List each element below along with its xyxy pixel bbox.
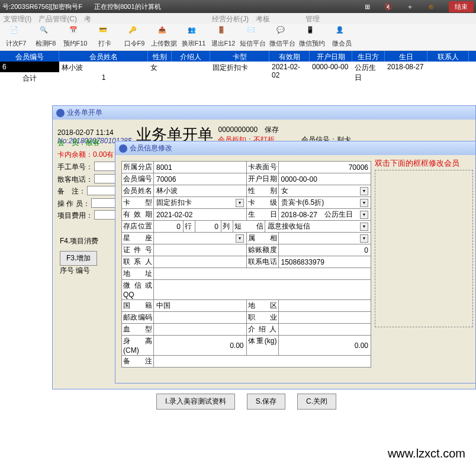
blood-field[interactable] bbox=[154, 324, 247, 335]
f4-label[interactable]: F4.项目消费 bbox=[60, 237, 98, 245]
contact-field[interactable] bbox=[154, 256, 247, 268]
cardtype-field[interactable]: 固定折扣卡▾ bbox=[154, 197, 247, 208]
memno-field[interactable]: 70006 bbox=[154, 173, 247, 185]
save-button[interactable]: S.保存 bbox=[247, 394, 285, 410]
chevron-down-icon: ▾ bbox=[360, 211, 368, 219]
close-button[interactable]: C.关闭 bbox=[297, 394, 336, 410]
tel-field[interactable]: 15086833979 bbox=[279, 256, 371, 268]
tool-sms[interactable]: ✉️短信平台 bbox=[238, 26, 268, 48]
job-field[interactable] bbox=[279, 312, 371, 323]
nation-field[interactable]: 中国 bbox=[154, 300, 247, 311]
name-field[interactable]: 林小波 bbox=[154, 185, 247, 196]
tool-punch[interactable]: 💳打卡 bbox=[90, 26, 120, 48]
chevron-down-icon: ▾ bbox=[236, 199, 244, 207]
tool-upload[interactable]: 📤上传数据 bbox=[149, 26, 179, 48]
surface-field[interactable]: 70006 bbox=[279, 162, 371, 173]
window-icon bbox=[119, 144, 127, 153]
chevron-down-icon: ▾ bbox=[360, 234, 368, 243]
member-form: 所属分店8001卡表面号70006 会员编号70006开户日期0000-00-0… bbox=[121, 161, 371, 368]
titlebar-sound-icon[interactable]: 🔇 bbox=[380, 1, 397, 12]
expire-field[interactable]: 2021-02-02 bbox=[154, 209, 247, 220]
postcode-field[interactable] bbox=[154, 312, 247, 323]
chevron-down-icon: ▾ bbox=[360, 199, 368, 207]
height-field[interactable]: 0.00 bbox=[154, 336, 247, 355]
grid-row[interactable]: 6 林小波女 固定折扣卡 2021-02-020000-00-00 公历生日20… bbox=[0, 62, 476, 72]
tool-shift[interactable]: 👥换班F11 bbox=[179, 26, 208, 48]
mem-hint: 双击下面的框框修改会员 bbox=[375, 158, 459, 169]
belong-field[interactable]: ▾ bbox=[279, 233, 371, 244]
remark-input[interactable] bbox=[87, 186, 117, 195]
svc-datetime: 2018-02-07 11:14 bbox=[57, 128, 131, 137]
tool-reserve[interactable]: 📅预约F10 bbox=[60, 26, 90, 48]
tool-password[interactable]: 🔑口令F9 bbox=[120, 26, 149, 48]
chevron-down-icon: ▾ bbox=[236, 234, 244, 243]
wechat-field[interactable] bbox=[154, 280, 371, 299]
import-beauty-button[interactable]: I.录入美容测试资料 bbox=[156, 394, 235, 410]
chevron-down-icon: ▾ bbox=[360, 223, 368, 231]
opendate-field[interactable]: 0000-00-00 bbox=[279, 173, 371, 185]
tool-micro-member[interactable]: 👤微会员 bbox=[327, 26, 356, 48]
weight-field[interactable]: 0.00 bbox=[279, 336, 371, 355]
sex-field[interactable]: 女▾ bbox=[279, 185, 371, 196]
note-field[interactable] bbox=[154, 356, 371, 367]
remote-titlebar: 号:2003SR6756][加密狗号F 正在控制8001的计算机 ⊞ 🔇 ＋ ⎋… bbox=[0, 0, 476, 13]
certno-field[interactable] bbox=[154, 244, 247, 256]
tool-jici[interactable]: 📄计次F7 bbox=[1, 26, 31, 48]
svc-left-panel: 会 员：散客 卡内余额：0.00有 手工单号： 散客电话： 备 注： 操 作 员… bbox=[57, 138, 113, 223]
referrer-field[interactable] bbox=[279, 324, 371, 335]
zodiac-field[interactable]: ▾ bbox=[154, 233, 247, 244]
menubar[interactable]: 支管理(I) 产品管理(C) 考 经营分析(J) 考板 管理 bbox=[0, 13, 476, 24]
tool-wechat-reserve[interactable]: 📱微信预约 bbox=[297, 26, 327, 48]
cardlevel-field[interactable]: 贵宾卡(6.5折)▾ bbox=[279, 197, 371, 208]
tool-wechat[interactable]: 💬微信平台 bbox=[268, 26, 297, 48]
window-icon bbox=[56, 109, 65, 117]
credit-field[interactable]: 0 bbox=[279, 244, 371, 256]
tool-check[interactable]: 🔍检测F8 bbox=[31, 26, 60, 48]
addr-field[interactable] bbox=[154, 268, 371, 279]
titlebar-icon[interactable]: ⊞ bbox=[359, 1, 375, 12]
svc-save[interactable]: 保存 bbox=[265, 125, 279, 134]
mem-titlebar[interactable]: 会员信息修改 bbox=[115, 141, 475, 155]
f3-add-button[interactable]: F3.增加 bbox=[60, 251, 97, 266]
storepos-field[interactable]: 0 bbox=[154, 221, 184, 232]
title-center: 正在控制8001的计算机 bbox=[94, 2, 160, 11]
region-field[interactable] bbox=[279, 300, 371, 311]
chevron-down-icon: ▾ bbox=[360, 187, 368, 195]
sms-field[interactable]: 愿意接收短信▾ bbox=[265, 221, 371, 232]
grid-header: 会员编号会员姓名 性别介绍人 卡型有效期 开户日期生日方式 生日联系人 bbox=[0, 51, 476, 62]
grid-total: 合计 1 bbox=[0, 72, 476, 83]
titlebar-plus-icon[interactable]: ＋ bbox=[401, 1, 418, 12]
seq-header: 序号 编号 bbox=[60, 266, 90, 276]
end-session-button[interactable]: 结束 bbox=[449, 1, 474, 12]
birth-field[interactable]: 2018-08-27 公历生日▾ bbox=[279, 209, 371, 220]
main-toolbar: 📄计次F7 🔍检测F8 📅预约F10 💳打卡 🔑口令F9 📤上传数据 👥换班F1… bbox=[0, 24, 476, 51]
branch-field[interactable]: 8001 bbox=[154, 162, 247, 173]
title-left: 号:2003SR6756][加密狗号F bbox=[2, 2, 82, 11]
mem-photo-area[interactable] bbox=[375, 170, 473, 327]
watermark: www.lzxct.com bbox=[388, 447, 465, 460]
titlebar-pin-icon[interactable]: ⎋ bbox=[423, 1, 439, 12]
svc-titlebar[interactable]: 业务单开单 bbox=[53, 106, 475, 120]
tool-exit[interactable]: 🚪退出F12 bbox=[208, 26, 238, 48]
member-edit-window: 会员信息修改 双击下面的框框修改会员 所属分店8001卡表面号70006 会员编… bbox=[115, 141, 476, 384]
